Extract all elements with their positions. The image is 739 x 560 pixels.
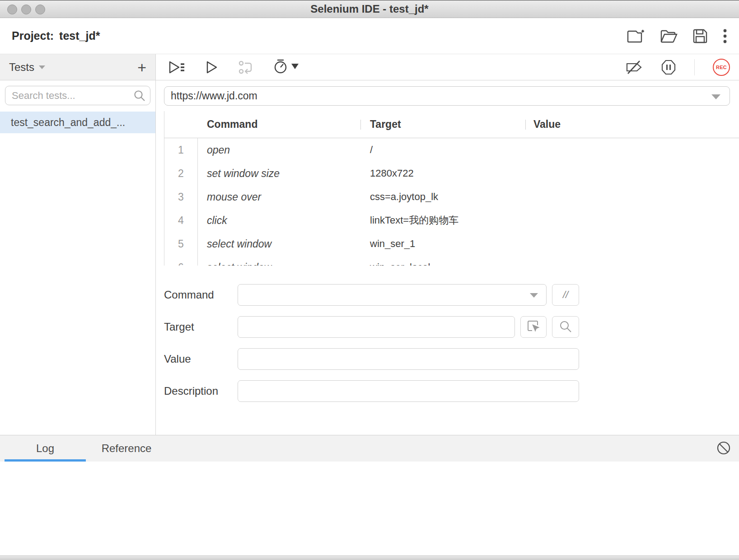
step-over-button[interactable] [239,61,253,74]
row-command: set window size [198,162,360,185]
new-project-icon [627,28,645,44]
log-output [0,462,739,555]
command-field-label: Command [164,289,238,301]
command-row[interactable]: 2 set window size 1280x722 [164,162,739,185]
base-url-row: https://www.jd.com [156,80,739,111]
command-table-header: Command Target Value [164,111,739,138]
row-number: 3 [164,185,198,209]
open-project-icon [660,29,678,43]
pause-on-exceptions-button[interactable] [661,60,676,75]
row-number: 2 [164,162,198,185]
close-window-button[interactable] [7,5,17,14]
window-title: Selenium IDE - test_jd* [310,3,428,15]
window-titlebar: Selenium IDE - test_jd* [0,0,739,18]
command-row[interactable]: 1 open / [164,138,739,162]
run-current-test-icon [206,61,218,74]
test-speed-control[interactable] [274,59,299,75]
playback-toolbar: REC [156,54,739,80]
target-input[interactable] [238,316,515,338]
row-command: click [198,209,360,232]
pause-on-exceptions-icon [661,60,676,75]
test-speed-caret-icon [291,63,299,72]
save-project-button[interactable] [693,29,707,43]
minimize-window-button[interactable] [21,5,31,14]
disable-breakpoints-icon [626,59,643,75]
record-button[interactable]: REC [713,59,730,76]
save-project-icon [693,29,707,43]
value-input[interactable] [238,348,579,370]
select-target-button[interactable] [520,316,547,338]
log-panel-tabs: Log Reference [0,435,739,462]
row-target: win_ser_local [360,256,525,266]
clear-log-icon [716,441,731,455]
window-bottom-edge [0,555,739,560]
row-target: 1280x722 [360,162,525,185]
traffic-lights [7,5,45,14]
select-target-icon [527,320,540,335]
base-url-value: https://www.jd.com [171,90,257,102]
base-url-select[interactable]: https://www.jd.com [164,86,730,106]
run-all-tests-icon [168,61,185,74]
main-panel: REC https://www.jd.com Command Target Va… [156,54,739,435]
search-tests-input[interactable] [5,86,150,105]
project-name: test_jd* [59,29,100,42]
tests-sidebar: Tests + test_search_and_add_... [0,54,156,435]
search-icon [134,90,145,103]
row-target: css=a.joytop_lk [360,185,525,209]
command-row[interactable]: 5 select window win_ser_1 [164,232,739,256]
toolbar-separator [694,59,695,75]
find-target-icon [559,320,572,334]
row-command: select window [198,232,360,256]
open-project-button[interactable] [660,29,678,43]
command-row[interactable]: 6 select window win_ser_local [164,256,739,266]
row-value [525,138,739,162]
new-project-button[interactable] [627,28,645,44]
tab-log[interactable]: Log [5,435,86,462]
command-row[interactable]: 4 click linkText=我的购物车 [164,209,739,232]
tab-reference[interactable]: Reference [86,435,167,462]
row-value [525,162,739,185]
test-search [0,80,155,112]
row-number: 1 [164,138,198,162]
test-speed-icon [274,59,287,75]
value-field-label: Value [164,353,238,365]
add-test-button[interactable]: + [137,60,146,75]
find-target-button[interactable] [552,316,579,338]
row-target: win_ser_1 [360,232,525,256]
target-field-label: Target [164,321,238,333]
command-row[interactable]: 3 mouse over css=a.joytop_lk [164,185,739,209]
more-menu-icon [723,28,727,44]
tests-dropdown-caret-icon[interactable] [39,65,45,69]
test-list-item[interactable]: test_search_and_add_... [0,112,155,133]
row-number: 4 [164,209,198,232]
test-name: test_search_and_add_... [11,117,125,129]
disable-breakpoints-button[interactable] [626,59,643,75]
command-editor: Command // Target [156,266,739,435]
more-menu-button[interactable] [723,28,727,44]
description-input[interactable] [238,380,579,402]
test-list: test_search_and_add_... [0,112,155,435]
run-current-test-button[interactable] [206,61,218,74]
row-target: linkText=我的购物车 [360,209,525,232]
description-field-label: Description [164,385,238,397]
clear-log-button[interactable] [716,441,731,455]
row-command: select window [198,256,360,266]
command-caret-icon [530,293,538,298]
command-combobox[interactable] [238,284,547,306]
row-command: mouse over [198,185,360,209]
row-number: 5 [164,232,198,256]
row-target: / [360,138,525,162]
project-title: Project:test_jd* [12,29,100,42]
column-header-target: Target [360,118,525,131]
tests-dropdown[interactable]: Tests [9,61,34,74]
base-url-caret-icon [711,94,720,99]
row-value [525,256,739,266]
row-value [525,232,739,256]
project-label: Project: [12,29,54,42]
zoom-window-button[interactable] [35,5,45,14]
toggle-comment-button[interactable]: // [552,284,579,306]
run-all-tests-button[interactable] [168,61,185,74]
project-header: Project:test_jd* [0,18,739,54]
row-command: open [198,138,360,162]
column-header-value: Value [525,118,739,131]
